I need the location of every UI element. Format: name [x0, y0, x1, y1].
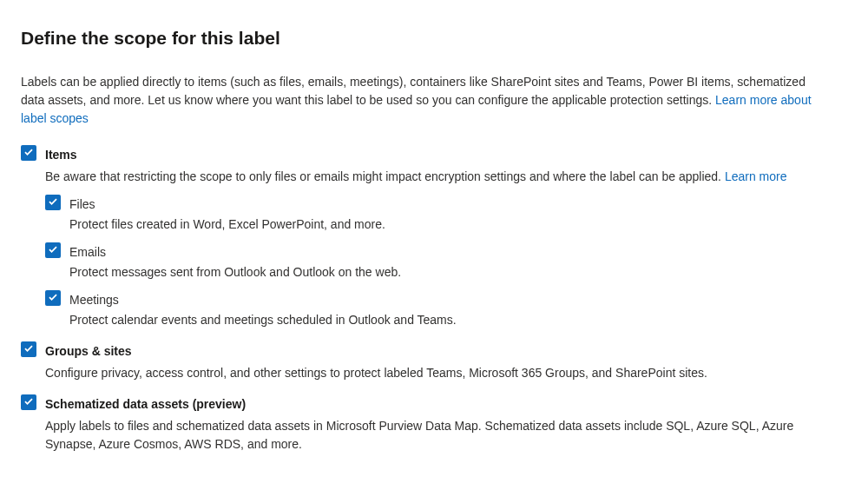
page-title: Define the scope for this label [21, 24, 847, 52]
checkbox-files[interactable] [45, 195, 61, 210]
intro-paragraph: Labels can be applied directly to items … [21, 73, 819, 128]
checkmark-icon [23, 147, 35, 159]
checkmark-icon [23, 396, 35, 408]
checkbox-items[interactable] [21, 145, 36, 161]
sub-files: Files Protect files created in Word, Exc… [45, 195, 847, 234]
scope-schematized: Schematized data assets (preview) Apply … [21, 394, 847, 454]
checkbox-meetings[interactable] [45, 290, 61, 306]
items-sub-list: Files Protect files created in Word, Exc… [45, 195, 847, 329]
sub-files-desc: Protect files created in Word, Excel Pow… [69, 215, 847, 234]
sub-files-label: Files [69, 195, 95, 214]
items-learn-more-link[interactable]: Learn more [725, 169, 787, 183]
checkmark-icon [47, 244, 59, 256]
sub-meetings: Meetings Protect calendar events and mee… [45, 290, 847, 329]
checkmark-icon [47, 292, 59, 304]
scope-items-desc: Be aware that restricting the scope to o… [45, 168, 835, 186]
scope-groups: Groups & sites Configure privacy, access… [21, 341, 847, 382]
checkbox-emails[interactable] [45, 242, 61, 258]
scope-items: Items Be aware that restricting the scop… [21, 145, 847, 329]
checkbox-schematized[interactable] [21, 394, 36, 410]
sub-meetings-label: Meetings [69, 290, 119, 309]
scope-items-desc-text: Be aware that restricting the scope to o… [45, 169, 725, 183]
checkmark-icon [47, 196, 59, 209]
scope-schematized-label: Schematized data assets (preview) [45, 394, 246, 414]
sub-emails-label: Emails [69, 242, 106, 262]
scope-items-label: Items [45, 145, 77, 164]
scope-groups-desc: Configure privacy, access control, and o… [45, 364, 835, 382]
checkmark-icon [23, 343, 35, 355]
sub-meetings-desc: Protect calendar events and meetings sch… [69, 311, 847, 329]
intro-text: Labels can be applied directly to items … [21, 75, 806, 107]
scope-schematized-desc: Apply labels to files and schematized da… [45, 417, 835, 454]
scope-groups-label: Groups & sites [45, 341, 132, 361]
sub-emails: Emails Protect messages sent from Outloo… [45, 242, 847, 282]
sub-emails-desc: Protect messages sent from Outlook and O… [69, 263, 847, 282]
checkbox-groups[interactable] [21, 341, 36, 357]
